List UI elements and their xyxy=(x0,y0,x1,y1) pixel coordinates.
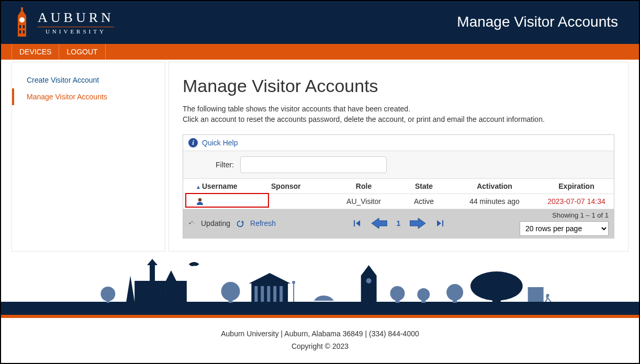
svg-rect-16 xyxy=(442,220,443,226)
table-header: ▲Username Sponsor Role State Activation … xyxy=(183,179,614,194)
svg-point-8 xyxy=(198,198,201,201)
svg-rect-7 xyxy=(23,30,25,33)
table-row[interactable]: AU_Visitor Active 44 minutes ago 2023-07… xyxy=(183,194,614,209)
svg-rect-2 xyxy=(21,7,23,10)
accounts-panel: i Quick Help Filter: ▲Username Sponsor R… xyxy=(183,134,614,238)
top-nav: DEVICES LOGOUT xyxy=(1,43,639,60)
brand-name: AUBURN xyxy=(38,10,114,26)
svg-point-9 xyxy=(189,223,191,224)
nav-logout[interactable]: LOGOUT xyxy=(59,44,105,60)
intro-line-2: Click an account to reset the accounts p… xyxy=(183,114,614,124)
svg-rect-32 xyxy=(261,286,264,302)
filter-label: Filter: xyxy=(216,161,234,169)
svg-rect-44 xyxy=(421,298,425,303)
intro-line-1: The following table shows the visitor ac… xyxy=(183,104,614,114)
svg-rect-42 xyxy=(396,298,400,303)
svg-marker-19 xyxy=(126,276,134,302)
skyline-graphic xyxy=(1,255,639,315)
filter-input[interactable] xyxy=(240,156,387,173)
cell-expiration: 2023-07-07 14:34 xyxy=(539,194,614,209)
footer-copyright: Copyright © 2023 xyxy=(1,342,639,350)
main-heading: Manage Visitor Accounts xyxy=(183,76,614,96)
svg-rect-22 xyxy=(150,265,155,281)
svg-point-11 xyxy=(194,223,195,224)
svg-marker-14 xyxy=(372,218,387,229)
svg-rect-31 xyxy=(254,286,257,302)
cell-state: Active xyxy=(398,194,450,209)
svg-point-10 xyxy=(192,221,193,223)
svg-point-37 xyxy=(292,281,295,284)
svg-rect-36 xyxy=(293,283,294,302)
cell-activation: 44 minutes ago xyxy=(450,194,539,209)
prev-page-icon[interactable] xyxy=(372,217,387,230)
svg-rect-46 xyxy=(453,298,457,303)
col-sponsor[interactable]: Sponsor xyxy=(267,179,330,194)
svg-point-3 xyxy=(19,17,25,22)
loading-icon xyxy=(188,220,196,227)
svg-marker-30 xyxy=(249,273,290,283)
svg-rect-5 xyxy=(23,25,25,28)
svg-rect-12 xyxy=(354,220,355,226)
sidebar-item-create-visitor[interactable]: Create Visitor Account xyxy=(12,72,165,88)
page-number: 1 xyxy=(397,219,401,228)
svg-point-40 xyxy=(366,278,372,283)
svg-marker-23 xyxy=(166,270,176,281)
last-page-icon[interactable] xyxy=(435,219,444,228)
sidebar: Create Visitor Account Manage Visitor Ac… xyxy=(12,62,165,252)
refresh-icon[interactable] xyxy=(235,219,245,228)
showing-label: Showing 1 – 1 of 1 xyxy=(520,211,609,219)
first-page-icon[interactable] xyxy=(353,219,362,228)
footer-contact: Auburn University | Auburn, Alabama 3684… xyxy=(1,329,639,338)
svg-rect-4 xyxy=(19,25,21,28)
svg-rect-28 xyxy=(229,297,233,303)
svg-rect-24 xyxy=(166,281,187,302)
svg-marker-15 xyxy=(410,218,425,229)
svg-marker-39 xyxy=(361,265,377,276)
svg-rect-6 xyxy=(19,30,21,33)
sort-asc-icon: ▲ xyxy=(196,184,201,190)
col-expiration[interactable]: Expiration xyxy=(539,179,614,194)
site-header: AUBURN UNIVERSITY Manage Visitor Account… xyxy=(1,1,639,43)
brand-text: AUBURN UNIVERSITY xyxy=(38,10,114,35)
main-panel: Manage Visitor Accounts The following ta… xyxy=(169,62,628,252)
info-icon: i xyxy=(188,138,198,147)
next-page-icon[interactable] xyxy=(410,217,425,230)
page-title: Manage Visitor Accounts xyxy=(457,14,618,30)
sidebar-item-manage-visitors[interactable]: Manage Visitor Accounts xyxy=(12,88,165,105)
svg-rect-49 xyxy=(528,287,544,302)
person-icon xyxy=(196,197,204,206)
svg-rect-34 xyxy=(273,286,276,302)
filter-row: Filter: xyxy=(183,151,614,179)
col-role[interactable]: Role xyxy=(330,179,398,194)
pager: Updating Refresh 1 xyxy=(183,209,614,238)
svg-rect-35 xyxy=(279,286,283,302)
svg-rect-48 xyxy=(492,295,501,303)
cell-sponsor xyxy=(267,198,330,204)
quick-help-link[interactable]: Quick Help xyxy=(202,139,238,147)
tower-icon xyxy=(12,6,32,38)
svg-marker-17 xyxy=(437,220,441,226)
quick-help-row: i Quick Help xyxy=(183,135,614,151)
rows-per-page-select[interactable]: 20 rows per page xyxy=(520,221,609,236)
svg-marker-13 xyxy=(356,220,360,226)
cell-role: AU_Visitor xyxy=(330,194,398,209)
brand-logo[interactable]: AUBURN UNIVERSITY xyxy=(12,6,114,38)
svg-rect-33 xyxy=(267,286,270,302)
svg-marker-21 xyxy=(147,259,158,265)
nav-devices[interactable]: DEVICES xyxy=(12,44,59,60)
intro-text: The following table shows the visitor ac… xyxy=(183,104,614,125)
svg-rect-20 xyxy=(134,281,166,302)
svg-rect-18 xyxy=(1,302,639,315)
col-username[interactable]: ▲Username xyxy=(183,179,267,194)
refresh-link[interactable]: Refresh xyxy=(250,219,276,228)
svg-rect-26 xyxy=(106,297,109,303)
col-activation[interactable]: Activation xyxy=(450,179,539,194)
footer: Auburn University | Auburn, Alabama 3684… xyxy=(1,318,639,356)
col-state[interactable]: State xyxy=(398,179,450,194)
updating-label: Updating xyxy=(201,219,230,228)
brand-subtitle: UNIVERSITY xyxy=(46,28,106,35)
